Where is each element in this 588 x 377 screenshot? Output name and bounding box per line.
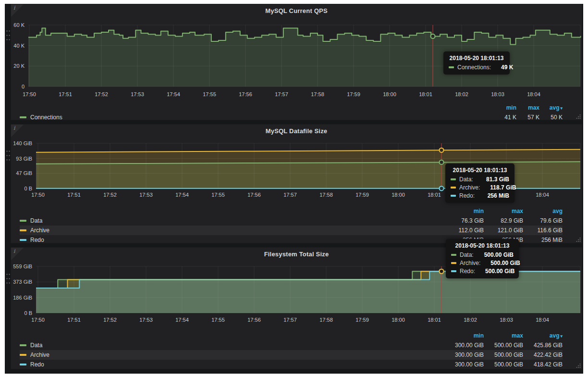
x-axis-tick-label: 17:50	[31, 192, 45, 198]
tooltip-row-archive: Archive:118.7 GiB	[451, 184, 509, 191]
tooltip-series-name: Connections:	[457, 64, 491, 71]
x-axis-tick-label: 17:58	[311, 91, 324, 97]
tooltip-series-name: Archive:	[460, 260, 480, 266]
tooltip-row-data: Data:81.3 GiB	[451, 176, 509, 183]
series-toggle-data[interactable]: Data	[20, 342, 42, 349]
avg-label: avg	[550, 104, 560, 111]
x-axis-tick-label: 17:55	[203, 91, 216, 97]
series-name: Redo	[30, 237, 44, 243]
crosshair-marker	[440, 160, 444, 164]
tooltip-qps: 2018-05-20 18:01:13 Connections: 49 K	[443, 51, 510, 75]
series-toggle-data[interactable]: Data	[20, 217, 42, 224]
y-axis-tick-label: 186 GiB	[13, 295, 32, 301]
y-axis-tick-label: 140 GiB	[13, 140, 32, 146]
y-axis-tick-label: 20 K	[13, 63, 24, 69]
panel-resize-handle[interactable]	[576, 363, 581, 368]
legend-row-data: Data 76.3 GiB 82.9 GiB 79.6 GiB	[20, 216, 563, 226]
series-color-dash-icon	[20, 229, 26, 231]
stat-min: 300.00 GiB	[444, 352, 484, 358]
stat-avg: 425.86 GiB	[523, 342, 563, 349]
stat-min: 76.3 GiB	[444, 217, 484, 224]
x-axis-tick-label: 17:57	[283, 192, 297, 198]
stat-avg: 256 MiB	[523, 237, 563, 243]
x-axis-tick-label: 18:01	[419, 91, 432, 97]
legend-row-connections: Connections 41 K 57 K 50 K	[20, 113, 563, 122]
row-drag-handle[interactable]	[6, 149, 11, 162]
legend-sort-min[interactable]: min	[444, 208, 484, 214]
series-color-dash-icon	[20, 239, 26, 241]
legend-sort-avg[interactable]: avg▾	[539, 104, 563, 111]
x-axis-tick-label: 17:59	[355, 317, 369, 323]
x-axis-tick-label: 18:00	[392, 192, 405, 198]
x-axis-tick-label: 17:53	[131, 91, 144, 97]
x-axis-tick-label: 17:58	[319, 192, 333, 198]
series-name: Data	[30, 342, 42, 349]
legend-sort-avg[interactable]: avg▾	[523, 332, 563, 339]
series-toggle-redo[interactable]: Redo	[20, 361, 44, 368]
x-axis-tick-label: 17:56	[247, 192, 261, 198]
stat-avg: 116.6 GiB	[523, 227, 563, 234]
avg-label: avg	[550, 332, 560, 339]
series-color-dash-icon	[451, 254, 456, 256]
stat-max: 82.9 GiB	[484, 217, 523, 224]
x-axis-tick-label: 18:04	[527, 91, 540, 97]
x-axis-tick-label: 17:59	[347, 91, 360, 97]
tooltip-timestamp: 2018-05-20 18:01:13	[449, 55, 504, 62]
x-axis-tick-label: 17:50	[31, 317, 45, 323]
series-color-dash-icon	[20, 364, 26, 365]
x-axis-tick-label: 17:50	[23, 91, 36, 97]
legend-sort-max[interactable]: max	[484, 332, 523, 339]
tooltip-datafile: 2018-05-20 18:01:13 Data:81.3 GiB Archiv…	[445, 163, 514, 203]
stat-max: 57 K	[516, 114, 539, 121]
tooltip-timestamp: 2018-05-20 18:01:13	[451, 167, 509, 174]
stat-min: 300.00 GiB	[444, 342, 484, 349]
y-axis-tick-label: 93 GiB	[16, 156, 32, 162]
tooltip-row-archive: Archive:500.00 GiB	[451, 260, 514, 266]
x-axis-tick-label: 17:54	[175, 192, 189, 198]
caret-down-icon: ▾	[560, 106, 563, 111]
legend-row-data: Data 300.00 GiB 500.00 GiB 425.86 GiB	[20, 340, 563, 350]
stat-avg: 422.42 GiB	[523, 352, 563, 358]
y-axis-tick-label: 40 K	[13, 43, 24, 49]
legend-header-row: min max avg	[20, 206, 563, 216]
caret-down-icon: ▾	[560, 334, 563, 339]
panel-resize-handle[interactable]	[576, 114, 581, 119]
legend-header-row: min max avg▾	[20, 103, 563, 113]
legend-sort-max[interactable]: max	[484, 208, 523, 214]
filesystem-legend: min max avg▾ Data 300.00 GiB 500.00 GiB …	[11, 331, 582, 369]
x-axis-tick-label: 17:53	[139, 317, 153, 323]
qps-legend: min max avg▾ Connections 41 K 57 K 50 K	[11, 103, 582, 122]
row-drag-handle[interactable]	[6, 272, 11, 285]
x-axis-tick-label: 18:03	[491, 91, 504, 97]
tooltip-series-value: 49 K	[494, 64, 513, 71]
stat-min: 300.00 GiB	[444, 361, 484, 368]
series-color-dash-icon	[451, 262, 456, 264]
x-axis-tick-label: 17:53	[139, 192, 153, 198]
tooltip-row-redo: Redo:256 MiB	[451, 192, 509, 199]
tooltip-series-value: 81.3 GiB	[477, 176, 509, 183]
series-toggle-redo[interactable]: Redo	[20, 237, 44, 243]
series-toggle-connections[interactable]: Connections	[20, 114, 62, 121]
tooltip-row-connections: Connections: 49 K	[449, 64, 504, 71]
x-axis-tick-label: 17:54	[167, 91, 180, 97]
tooltip-series-name: Archive:	[459, 184, 480, 191]
stat-avg: 50 K	[539, 114, 563, 121]
y-axis-tick-label: 0	[22, 84, 24, 89]
tooltip-series-name: Redo:	[460, 268, 475, 275]
legend-sort-avg[interactable]: avg	[523, 208, 563, 214]
stat-max: 500.00 GiB	[484, 342, 523, 349]
x-axis-tick-label: 18:00	[392, 317, 405, 323]
tooltip-row-data: Data:500.00 GiB	[451, 251, 514, 258]
series-toggle-archive[interactable]: Archive	[20, 227, 49, 234]
legend-sort-min[interactable]: min	[493, 104, 516, 111]
legend-sort-min[interactable]: min	[444, 332, 484, 339]
tooltip-timestamp: 2018-05-20 18:01:13	[451, 242, 514, 249]
tooltip-series-value: 500.00 GiB	[484, 260, 520, 266]
tooltip-series-value: 500.00 GiB	[477, 251, 514, 258]
legend-sort-max[interactable]: max	[516, 104, 539, 111]
crosshair-marker	[440, 148, 444, 152]
x-axis-tick-label: 17:52	[95, 91, 108, 97]
panel-resize-handle[interactable]	[576, 237, 581, 242]
row-drag-handle[interactable]	[6, 29, 11, 41]
series-toggle-archive[interactable]: Archive	[20, 352, 49, 358]
